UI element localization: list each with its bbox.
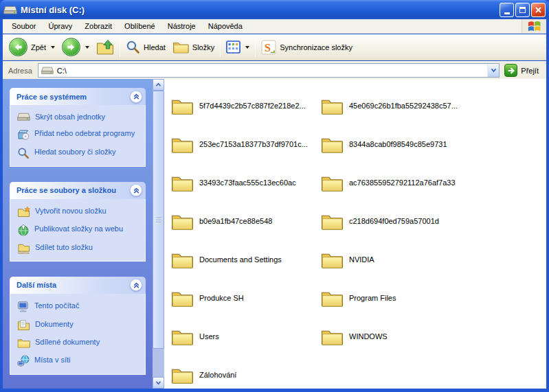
folder-item[interactable]: 5f7d4439c2b57c887f2e218e2... [170, 87, 319, 125]
file-list: 5f7d4439c2b57c887f2e218e2... 253ec7153a1… [164, 79, 546, 389]
panel-header-file-folder-tasks[interactable]: Práce se soubory a složkou [10, 182, 146, 199]
place-network[interactable]: Místa v síti [17, 355, 142, 367]
scrollbar-thumb[interactable] [153, 91, 164, 349]
menu-item-oblibene[interactable]: Oblíbené [118, 20, 161, 32]
maximize-button[interactable] [515, 3, 530, 17]
folder-item[interactable]: b0e9a1fb47ce88e548 [170, 202, 319, 240]
folder-icon [170, 173, 194, 193]
folder-item[interactable]: NVIDIA [320, 240, 526, 279]
address-dropdown-button[interactable] [487, 64, 499, 77]
task-label: Sdílet tuto složku [35, 242, 93, 253]
up-folder-icon [96, 39, 114, 56]
folder-name: 253ec7153a18377b37df9701c... [199, 140, 308, 148]
address-label: Adresa [8, 67, 32, 75]
folder-item[interactable]: Documents and Settings [170, 240, 319, 279]
folder-item[interactable]: c218d694f0ed759a57001d [320, 202, 526, 240]
toolbar-separator [120, 37, 120, 57]
task-label: Skrýt obsah jednotky [35, 112, 105, 122]
task-search-files[interactable]: Hledat soubory či složky [17, 147, 142, 159]
menu-item-zobrazit[interactable]: Zobrazit [78, 20, 118, 32]
folder-name: NVIDIA [349, 255, 374, 264]
collapse-button[interactable] [130, 184, 142, 196]
back-dropdown-icon[interactable] [51, 46, 55, 49]
folder-item[interactable]: Users [170, 317, 319, 356]
folder-item[interactable]: WINDOWS [320, 317, 526, 356]
menu-item-soubor[interactable]: Soubor [5, 20, 42, 32]
forward-icon [62, 38, 80, 56]
scroll-up-button[interactable] [153, 79, 164, 91]
address-combobox[interactable]: C:\ [38, 63, 500, 78]
task-label: Vytvořit novou složku [35, 206, 107, 216]
folder-item[interactable]: 253ec7153a18377b37df9701c... [170, 125, 319, 163]
sync-button[interactable]: Synchronizace složky [258, 38, 356, 56]
folder-item[interactable]: 8344a8cab0f98549c85e9731 [320, 125, 526, 163]
panel-file-folder-tasks: Práce se soubory a složkou Vytvořit novo… [10, 182, 146, 262]
folder-icon [320, 250, 344, 270]
folder-item[interactable]: 33493c73faac555c13ec60ac [170, 163, 319, 202]
views-dropdown-icon[interactable] [245, 46, 249, 49]
menu-item-upravy[interactable]: Úpravy [42, 20, 78, 32]
collapse-button[interactable] [130, 91, 142, 103]
folder-item[interactable]: Zálohování [170, 356, 319, 392]
place-my-computer[interactable]: Tento počítač [17, 301, 142, 313]
forward-dropdown-icon[interactable] [85, 46, 89, 49]
scroll-down-button[interactable] [153, 377, 164, 389]
close-button[interactable] [531, 3, 546, 17]
folder-name: Zálohování [199, 371, 236, 379]
toolbar-separator [220, 37, 221, 57]
minimize-button[interactable] [500, 3, 514, 17]
menu-item-nastroje[interactable]: Nástroje [161, 20, 202, 32]
folder-name: 8344a8cab0f98549c85e9731 [349, 140, 447, 148]
folder-icon [320, 135, 344, 154]
collapse-button[interactable] [130, 279, 142, 291]
up-button[interactable] [93, 38, 117, 57]
search-icon [126, 40, 140, 54]
folder-name: b0e9a1fb47ce88e548 [199, 217, 272, 225]
task-share-folder[interactable]: Sdílet tuto složku [17, 242, 142, 254]
window-controls [500, 3, 546, 17]
task-publish-to-web[interactable]: Publikovat složky na webu [17, 224, 142, 236]
new-folder-icon [17, 206, 30, 218]
folder-icon [170, 365, 194, 385]
panel-title: Práce se systémem [16, 93, 87, 101]
explorer-window: Místní disk (C:) Soubor Úpravy Zobrazit … [0, 0, 549, 392]
folder-item[interactable]: 45e069c26b1fba55292438c57... [320, 87, 526, 125]
chevron-down-icon [491, 68, 497, 73]
network-places-icon [17, 355, 30, 367]
back-button[interactable]: Zpět [5, 36, 58, 58]
drive-icon [17, 112, 30, 122]
task-pane: Práce se systémem Skrýt obsah jednotky P… [3, 79, 153, 389]
back-icon [9, 38, 27, 56]
views-icon [226, 41, 240, 54]
task-new-folder[interactable]: Vytvořit novou složku [17, 206, 142, 218]
place-documents[interactable]: Dokumenty [17, 319, 142, 331]
go-button[interactable]: Přejít [500, 64, 544, 77]
folder-item[interactable]: Program Files [320, 279, 526, 317]
menu-bar: Soubor Úpravy Zobrazit Oblíbené Nástroje… [3, 19, 546, 34]
folder-icon [170, 96, 194, 116]
menu-item-napoveda[interactable]: Nápověda [202, 20, 249, 32]
window-title: Místní disk (C:) [21, 5, 85, 15]
file-column-1: 5f7d4439c2b57c887f2e218e2... 253ec7153a1… [170, 87, 319, 392]
windows-flag-icon [527, 19, 541, 34]
go-arrow-icon [504, 64, 517, 77]
task-hide-drive-contents[interactable]: Skrýt obsah jednotky [17, 112, 142, 122]
search-button[interactable]: Hledat [122, 38, 169, 56]
maximize-icon [519, 7, 526, 13]
place-shared-documents[interactable]: Sdílené dokumenty [17, 337, 142, 349]
task-label: Místa v síti [34, 355, 71, 365]
title-bar: Místní disk (C:) [0, 0, 549, 19]
folder-icon [170, 327, 194, 347]
forward-button[interactable] [58, 36, 93, 58]
sidebar-scrollbar[interactable] [153, 79, 164, 389]
task-label: Sdílené dokumenty [35, 337, 100, 347]
views-button[interactable] [223, 39, 253, 55]
panel-header-other-places[interactable]: Další místa [10, 277, 146, 294]
folder-item[interactable]: Produkce SH [170, 279, 319, 317]
panel-body: Vytvořit novou složku Publikovat složky … [10, 199, 146, 262]
folder-item[interactable]: ac763855952792112a76af7a33 [320, 163, 526, 202]
panel-header-system-tasks[interactable]: Práce se systémem [10, 88, 146, 105]
folders-button[interactable]: Složky [169, 38, 218, 56]
task-add-remove-programs[interactable]: Přidat nebo odebrat programy [17, 128, 142, 141]
sync-label: Synchronizace složky [280, 43, 352, 51]
